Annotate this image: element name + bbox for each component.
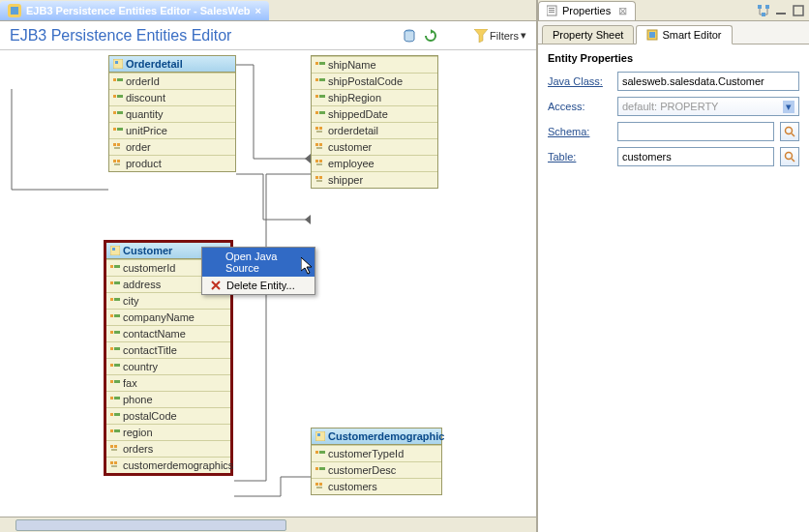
pin-icon[interactable]: ⊠ [618,5,627,17]
entity-icon [110,246,120,255]
schema-input[interactable] [617,122,774,141]
menu-label: Delete Entity... [226,280,295,291]
prop-row-java-class: Java Class: [548,72,799,91]
attr-icon [315,93,325,103]
access-select[interactable]: default: PROPERTY ▾ [617,97,799,116]
rel-icon [315,126,325,135]
attr-row[interactable]: orderId [109,73,235,89]
attr-row[interactable]: customerdemographics [106,457,230,473]
editor-pane: EJB3 Persistence Entities Editor - Sales… [0,0,538,532]
rel-icon [110,444,120,454]
table-label[interactable]: Table: [548,151,612,163]
attr-row[interactable]: shipRegion [312,89,437,105]
refresh-icon[interactable] [424,29,437,43]
attr-row[interactable]: customerDesc [312,461,441,478]
attr-icon [110,395,120,404]
properties-pane: Properties ⊠ Property Sheet Smart Editor… [538,0,809,532]
attr-row[interactable]: country [106,358,230,374]
sub-tab-label: Smart Editor [662,29,721,41]
attr-row[interactable]: orderdetail [312,122,437,138]
attr-row[interactable]: discount [109,89,235,105]
attr-row[interactable]: shipName [312,56,437,73]
access-label: Access: [548,101,612,112]
smart-editor-icon [646,29,658,41]
editor-tab-label: EJB3 Persistence Entities Editor - Sales… [26,5,251,16]
entity-canvas[interactable]: Orderdetail orderId discount quantity un… [0,50,536,517]
java-class-label[interactable]: Java Class: [548,75,612,87]
attr-row[interactable]: postalCode [106,407,230,424]
entity-header[interactable]: Customerdemographic [312,429,441,445]
table-browse-button[interactable] [780,147,799,166]
entity-orderdetail[interactable]: Orderdetail orderId discount quantity un… [108,55,236,172]
attr-row[interactable]: phone [106,391,230,407]
filters-button[interactable]: Filters ▾ [474,29,526,43]
tree-icon[interactable] [757,4,770,17]
menu-delete-entity[interactable]: Delete Entity... [202,277,315,294]
editor-tab[interactable]: EJB3 Persistence Entities Editor - Sales… [0,1,269,20]
attr-row[interactable]: product [109,155,235,171]
access-value: default: PROPERTY [622,101,718,112]
svg-point-20 [786,128,793,134]
attr-icon [315,449,325,458]
minimize-icon[interactable] [774,4,788,17]
attr-row[interactable]: shipPostalCode [312,73,437,89]
editor-icon [8,4,21,17]
entity-customerdemographic[interactable]: Customerdemographic customerTypeId custo… [311,428,442,495]
entity-icon [315,431,325,441]
properties-view-tab[interactable]: Properties ⊠ [538,1,636,20]
attr-icon [315,465,325,475]
prop-row-schema: Schema: [548,122,799,141]
attr-row[interactable]: shippedDate [312,105,437,122]
entity-icon [113,59,123,69]
entity-name: Orderdetail [126,58,183,70]
entity-name: Customerdemographic [328,430,444,442]
attr-icon [315,76,325,86]
attr-row[interactable]: customerTypeId [312,445,441,461]
tab-property-sheet[interactable]: Property Sheet [542,25,634,44]
attr-row[interactable]: companyName [106,309,230,325]
db-icon[interactable] [403,29,416,43]
prop-row-table: Table: [548,147,799,166]
scrollbar-horizontal[interactable] [0,517,536,532]
attr-row[interactable]: contactTitle [106,341,230,358]
attr-row[interactable]: customers [312,478,441,494]
entity-misc[interactable]: shipName shipPostalCode shipRegion shipp… [311,55,438,189]
attr-row[interactable]: contactName [106,325,230,341]
attr-row[interactable]: orders [106,440,230,457]
close-icon[interactable]: × [255,5,261,16]
attr-row[interactable]: fax [106,374,230,391]
attr-icon [110,362,120,371]
schema-label[interactable]: Schema: [548,126,612,137]
attr-icon [110,378,120,388]
scrollbar-thumb[interactable] [15,519,286,531]
attr-icon [315,109,325,119]
attr-row[interactable]: quantity [109,105,235,122]
attr-row[interactable]: unitPrice [109,122,235,138]
schema-browse-button[interactable] [780,122,799,141]
tab-smart-editor[interactable]: Smart Editor [636,25,732,44]
attr-icon [113,109,123,119]
table-input[interactable] [617,147,774,166]
attr-row[interactable]: order [109,138,235,155]
attr-icon [110,296,120,306]
entity-name: Customer [123,245,172,256]
section-title: Entity Properties [548,52,799,64]
attr-row[interactable]: customer [312,138,437,155]
java-class-input[interactable] [617,72,799,91]
entity-header[interactable]: Orderdetail [109,56,235,73]
svg-rect-19 [649,32,655,38]
svg-rect-10 [549,8,554,9]
attr-row[interactable]: employee [312,155,437,171]
editor-title-row: EJB3 Persistence Entities Editor Filters… [0,21,536,50]
maximize-icon[interactable] [792,4,805,17]
attr-row[interactable]: shipper [312,171,437,188]
rel-icon [113,159,123,168]
properties-tab-bar: Properties ⊠ [538,0,809,21]
view-tab-label: Properties [562,5,611,16]
menu-open-java-source[interactable]: Open Java Source [202,248,315,277]
chevron-down-icon: ▾ [783,101,794,113]
svg-rect-16 [776,13,786,15]
svg-rect-17 [794,6,803,15]
attr-row[interactable]: region [106,424,230,440]
attr-icon [113,126,123,135]
